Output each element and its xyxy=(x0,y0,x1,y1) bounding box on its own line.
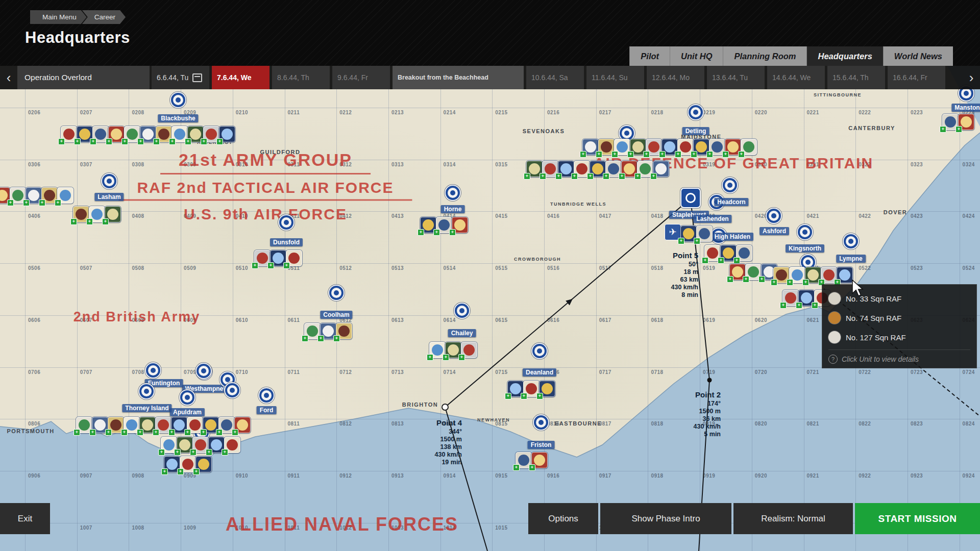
timeline-bar: ‹Operation Overlord6.6.44, Tu7.6.44, We8… xyxy=(0,66,980,89)
headquarters-screen: 0206020702080209021002110212021302140215… xyxy=(0,0,980,551)
calendar-icon xyxy=(192,73,202,82)
mouse-cursor-icon xyxy=(851,280,870,300)
waypoint-data-line: 5 min xyxy=(693,431,721,438)
waypoint-data-line: 430 km/h xyxy=(693,423,721,431)
date-tab-label: 7.6.44, We xyxy=(217,73,251,82)
waypoint-data-line: 430 km/h xyxy=(434,451,462,459)
date-tab-label: 16.6.44, Fr xyxy=(893,73,927,82)
start-mission-button[interactable]: START MISSION xyxy=(855,503,980,534)
date-tab-label: 11.6.44, Su xyxy=(592,73,628,82)
realism-normal-button[interactable]: Realism: Normal xyxy=(733,503,853,534)
date-tab-label: 9.6.44, Fr xyxy=(337,73,368,82)
date-tab-13-6-44-tu[interactable]: 13.6.44, Tu xyxy=(707,66,765,89)
date-tab-9-6-44-fr[interactable]: 9.6.44, Fr xyxy=(332,66,390,89)
breadcrumb: Main MenuCareer xyxy=(30,10,126,24)
top-bar: Main MenuCareer Headquarters PilotUnit H… xyxy=(0,0,980,66)
waypoint-data-line: 344° xyxy=(434,428,462,436)
unit-tooltip: No. 33 Sqn RAFNo. 74 Sqn RAFNo. 127 Sqn … xyxy=(822,284,977,368)
date-tab-6-6-44-tu[interactable]: 6.6.44, Tu xyxy=(152,66,209,89)
main-nav: PilotUnit HQPlanning RoomHeadquartersWor… xyxy=(629,46,953,66)
waypoint-data-line: 36 km xyxy=(693,415,721,423)
date-tab-label: 14.6.44, We xyxy=(772,73,811,82)
date-tab-12-6-44-mo[interactable]: 12.6.44, Mo xyxy=(647,66,704,89)
tooltip-unit-no-127-sqn-raf[interactable]: No. 127 Sqn RAF xyxy=(828,328,970,347)
tooltip-unit-label: No. 74 Sqn RAF xyxy=(846,314,901,322)
options-button[interactable]: Options xyxy=(528,503,598,534)
help-icon: ? xyxy=(828,355,838,364)
waypoint-title: Point 4 xyxy=(434,418,462,427)
show-phase-intro-button[interactable]: Show Phase Intro xyxy=(600,503,731,534)
waypoint-data-line: 50° xyxy=(671,261,698,268)
nav-tab-world-news[interactable]: World News xyxy=(883,46,953,66)
waypoint-data-line: 1500 m xyxy=(434,436,462,443)
waypoint-marker-point-2 xyxy=(707,378,712,383)
waypoint-data-line: 430 km/h xyxy=(671,284,698,291)
waypoint-data-line: 19 min xyxy=(434,459,462,466)
waypoint-title: Point 5 xyxy=(671,251,698,260)
date-tab-15-6-44-th[interactable]: 15.6.44, Th xyxy=(827,66,885,89)
squadron-emblem-icon xyxy=(828,292,841,305)
date-tab-8-6-44-th[interactable]: 8.6.44, Th xyxy=(272,66,330,89)
tooltip-unit-no-33-sqn-raf[interactable]: No. 33 Sqn RAF xyxy=(828,289,970,308)
nav-tab-unit-hq[interactable]: Unit HQ xyxy=(670,46,723,66)
breadcrumb-item-career[interactable]: Career xyxy=(82,10,126,24)
tooltip-unit-no-74-sqn-raf[interactable]: No. 74 Sqn RAF xyxy=(828,308,970,328)
nav-tab-planning-room[interactable]: Planning Room xyxy=(723,46,806,66)
waypoint-data-line: 63 km xyxy=(671,276,698,284)
tooltip-hint-text: Click Unit to view details xyxy=(842,355,919,363)
date-tab-16-6-44-fr[interactable]: 16.6.44, Fr xyxy=(888,66,945,89)
page-title: Headquarters xyxy=(25,29,130,47)
timeline-next-icon[interactable]: › xyxy=(963,66,980,89)
waypoint-marker-point-4 xyxy=(442,404,449,411)
squadron-emblem-icon xyxy=(828,331,841,343)
date-tab-10-6-44-sa[interactable]: 10.6.44, Sa xyxy=(526,66,584,89)
tooltip-unit-label: No. 127 Sqn RAF xyxy=(846,333,906,342)
waypoint-data-line: 8 min xyxy=(671,291,698,299)
breadcrumb-item-main-menu[interactable]: Main Menu xyxy=(30,10,87,24)
tooltip-hint: ?Click Unit to view details xyxy=(828,349,970,364)
waypoint-info-point-2: Point 2174°1500 m36 km430 km/h5 min xyxy=(693,390,721,438)
waypoint-data-line: 174° xyxy=(693,400,721,408)
date-tab-label: 13.6.44, Tu xyxy=(712,73,748,82)
date-tab-label: 12.6.44, Mo xyxy=(652,73,690,82)
date-tab-label: Breakout from the Beachhead xyxy=(398,74,488,81)
timeline-prev-icon[interactable]: ‹ xyxy=(0,66,17,89)
date-tab-14-6-44-we[interactable]: 14.6.44, We xyxy=(767,66,825,89)
footer-buttons: OptionsShow Phase IntroRealism: NormalST… xyxy=(528,503,980,534)
phase-tab-breakout-from-the-beachhead[interactable]: Breakout from the Beachhead xyxy=(393,66,524,89)
nav-tab-headquarters[interactable]: Headquarters xyxy=(806,46,883,66)
waypoint-title: Point 2 xyxy=(693,390,721,399)
date-tab-label: 8.6.44, Th xyxy=(277,73,309,82)
squadron-emblem-icon xyxy=(828,312,841,324)
exit-button[interactable]: Exit xyxy=(0,503,50,534)
waypoint-info-point-4: Point 4344°1500 m138 km430 km/h19 min xyxy=(434,418,462,466)
campaign-tab[interactable]: Operation Overlord xyxy=(17,66,150,89)
date-tab-11-6-44-su[interactable]: 11.6.44, Su xyxy=(586,66,644,89)
date-tab-label: 15.6.44, Th xyxy=(832,73,869,82)
nav-tab-pilot[interactable]: Pilot xyxy=(629,46,670,66)
waypoint-data-line: 1500 m xyxy=(693,408,721,415)
date-tab-label: 6.6.44, Tu xyxy=(157,73,188,82)
waypoint-info-point-5: Point 550°18 m63 km430 km/h8 min xyxy=(671,251,698,299)
date-tab-7-6-44-we[interactable]: 7.6.44, We xyxy=(212,66,270,89)
waypoint-data-line: 18 m xyxy=(671,268,698,276)
waypoint-data-line: 138 km xyxy=(434,443,462,451)
date-tab-label: 10.6.44, Sa xyxy=(531,73,568,82)
